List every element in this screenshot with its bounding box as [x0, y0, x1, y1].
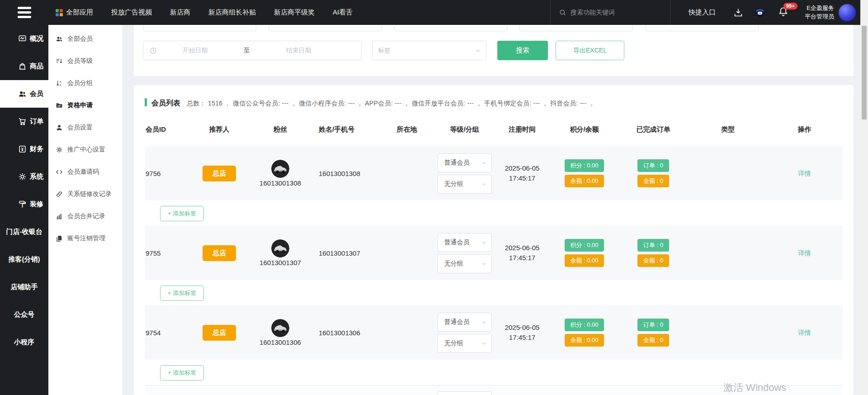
- chevron-down-icon: [481, 261, 487, 267]
- register-time: 2025-06-05 17:45:17: [493, 243, 552, 263]
- amount-badge: 金额 : 0: [637, 334, 669, 347]
- nav-new-shop[interactable]: 新店商: [170, 8, 190, 17]
- group-select[interactable]: 无分组: [438, 334, 492, 353]
- col-level-group: 等级/分组: [436, 125, 493, 134]
- sidebar-item-system[interactable]: 系统: [0, 163, 48, 190]
- filter-input-2[interactable]: [269, 25, 382, 31]
- col-name-phone: 姓名/手机号: [310, 125, 377, 134]
- account-menu[interactable]: E企盈服务 平台管理员: [805, 4, 860, 21]
- nav-all-apps[interactable]: 全部应用: [56, 8, 93, 17]
- add-tag-button[interactable]: + 添加标签: [160, 286, 204, 301]
- top-navigation: 全部应用 投放广告视频 新店商 新店商组长补贴 新店商平级奖 AI看舌: [48, 8, 353, 17]
- submenu-account-cancellation[interactable]: 账号注销管理: [48, 227, 122, 249]
- submenu-qualification-apply[interactable]: 资格申请: [48, 94, 122, 116]
- filter-input-4[interactable]: [519, 25, 633, 31]
- members-icon: [18, 90, 27, 98]
- member-avatar[interactable]: [271, 239, 289, 257]
- sidebar-item-orders[interactable]: 订单: [0, 108, 48, 135]
- primary-sidebar: 概况 商品 会员 订单 财务 系统 装修 门店-收银台 推客(分销) 店铺助手 …: [0, 25, 48, 395]
- submenu-invite-code[interactable]: 会员邀请码: [48, 161, 122, 183]
- level-select[interactable]: 普通会员: [438, 153, 492, 172]
- filter-input-5[interactable]: [645, 25, 759, 31]
- table-row-partial: [145, 385, 843, 395]
- points-balance-cell: 积分 : 0.00 余额 : 0.00: [552, 239, 617, 267]
- name-phone: 16013001308: [310, 170, 377, 177]
- submenu-member-groups[interactable]: AZ 会员分组: [48, 72, 122, 94]
- referrer-badge[interactable]: 总店: [203, 166, 236, 181]
- account-company: E企盈服务: [805, 4, 834, 13]
- table-row: 9754 总店 16013001306 16013001306 普通会员 无分组: [145, 305, 843, 360]
- register-time: 2025-06-05 17:45:17: [493, 163, 552, 184]
- level-group-cell: 普通会员 无分组: [436, 313, 493, 353]
- add-tag-button[interactable]: + 添加标签: [160, 206, 204, 221]
- download-icon[interactable]: [733, 8, 743, 18]
- filter-input-3[interactable]: [394, 25, 507, 31]
- chevron-down-icon: [475, 48, 481, 53]
- filter-input-1[interactable]: [143, 25, 256, 31]
- submenu-all-members[interactable]: 全部会员: [48, 28, 122, 50]
- sidebar-item-overview[interactable]: 概况: [0, 25, 48, 52]
- sidebar-item-shop-assistant[interactable]: 店铺助手: [0, 273, 48, 301]
- chevron-down-icon: [481, 181, 487, 187]
- sidebar-item-distribution[interactable]: 推客(分销): [0, 246, 48, 273]
- fans-cell: 16013001306: [251, 319, 310, 346]
- nav-leader-subsidy[interactable]: 新店商组长补贴: [208, 8, 256, 17]
- sidebar-item-finance[interactable]: 财务: [0, 135, 48, 163]
- nav-ai-tongue[interactable]: AI看舌: [333, 8, 353, 17]
- apps-grid-icon: [56, 9, 63, 16]
- submenu-member-settings[interactable]: 会员设置: [48, 116, 122, 138]
- global-search-input[interactable]: 搜索功能关键词: [550, 0, 670, 25]
- sidebar-item-store-cashier[interactable]: 门店-收银台: [0, 218, 48, 246]
- referrer-badge[interactable]: 总店: [203, 245, 236, 261]
- orders-cell: 订单 : 0 金额 : 0: [617, 319, 689, 347]
- assistant-icon[interactable]: [755, 8, 765, 18]
- menu-toggle-button[interactable]: [0, 0, 48, 25]
- balance-badge: 余额 : 0.00: [565, 254, 604, 267]
- member-avatar[interactable]: [271, 319, 289, 337]
- name-phone: 16013001306: [310, 329, 377, 337]
- date-range-picker[interactable]: 开始日期 至 结束日期: [143, 41, 362, 60]
- submenu-promotion-center-settings[interactable]: 推广中心设置: [48, 138, 122, 161]
- referrer-badge[interactable]: 总店: [203, 325, 236, 341]
- submenu-merge-log[interactable]: 会员合并记录: [48, 205, 122, 227]
- sidebar-item-goods[interactable]: 商品: [0, 52, 48, 80]
- export-excel-button[interactable]: 导出EXCEL: [556, 41, 624, 60]
- submenu-relation-chain-log[interactable]: 关系链修改记录: [48, 183, 122, 205]
- goods-icon: [18, 62, 27, 71]
- notifications-button[interactable]: 99+: [778, 6, 788, 19]
- nav-ad-video[interactable]: 投放广告视频: [111, 8, 152, 17]
- overview-icon: [18, 34, 27, 43]
- chevron-down-icon: [481, 319, 487, 325]
- sidebar-item-members[interactable]: 会员: [0, 80, 48, 108]
- register-time: 2025-06-05 17:45:17: [493, 323, 552, 343]
- points-badge: 积分 : 0.00: [565, 239, 604, 252]
- add-tag-button[interactable]: + 添加标签: [160, 365, 204, 381]
- member-avatar[interactable]: [271, 160, 289, 178]
- level-select[interactable]: 普通会员: [438, 313, 492, 332]
- page-scrollbar[interactable]: [860, 0, 868, 395]
- col-actions: 操作: [766, 125, 843, 134]
- detail-link[interactable]: 详情: [798, 329, 811, 336]
- detail-link[interactable]: 详情: [798, 170, 811, 177]
- tag-select[interactable]: 标签: [372, 41, 486, 60]
- group-select[interactable]: 无分组: [438, 175, 492, 194]
- folder-check-icon: [56, 102, 63, 109]
- level-select[interactable]: [438, 391, 492, 395]
- points-balance-cell: 积分 : 0.00 余额 : 0.00: [552, 159, 617, 187]
- orders-cell: 订单 : 0 金额 : 0: [617, 239, 689, 267]
- submenu-member-levels[interactable]: 会员等级: [48, 50, 122, 72]
- tag-placeholder: 标签: [378, 47, 391, 55]
- scrollbar-thumb[interactable]: [862, 26, 867, 119]
- search-button[interactable]: 搜索: [497, 41, 548, 60]
- sidebar-item-official-account[interactable]: 公众号: [0, 301, 48, 328]
- detail-link[interactable]: 详情: [798, 249, 811, 257]
- sidebar-item-decorate[interactable]: 装修: [0, 190, 48, 218]
- orders-badge: 订单 : 0: [637, 239, 669, 252]
- col-points-balance: 积分/余额: [552, 125, 617, 134]
- nav-peer-award[interactable]: 新店商平级奖: [274, 8, 315, 17]
- sidebar-item-mini-program[interactable]: 小程序: [0, 328, 48, 356]
- quick-entry-link[interactable]: 快捷入口: [689, 8, 716, 17]
- paint-roller-icon: [18, 200, 27, 209]
- level-select[interactable]: 普通会员: [438, 233, 492, 252]
- group-select[interactable]: 无分组: [438, 254, 492, 273]
